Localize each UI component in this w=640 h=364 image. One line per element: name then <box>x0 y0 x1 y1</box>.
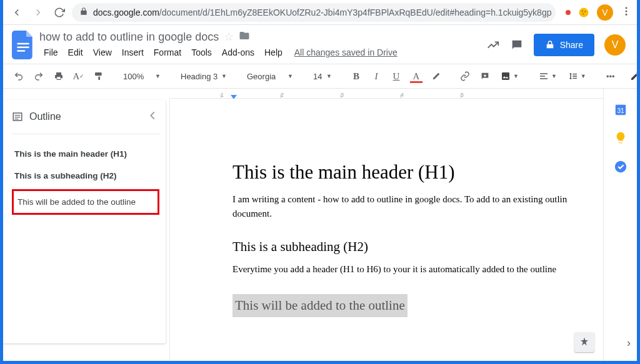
svg-text:31: 31 <box>617 107 624 114</box>
menu-view[interactable]: View <box>89 46 116 59</box>
outline-collapse-button[interactable] <box>146 109 159 125</box>
comments-icon[interactable] <box>510 38 524 52</box>
side-rail: 31 <box>603 89 637 361</box>
outline-panel: Outline This is the main header (H1) Thi… <box>3 100 166 343</box>
explore-button[interactable] <box>574 332 594 352</box>
keep-icon[interactable] <box>614 131 628 145</box>
outline-item-new[interactable]: This will be added to the outline <box>12 189 159 215</box>
account-avatar[interactable]: V <box>604 34 626 56</box>
doc-h1[interactable]: This is the main header (H1) <box>232 161 603 184</box>
menu-format[interactable]: Format <box>149 46 186 59</box>
tasks-icon[interactable] <box>614 160 628 174</box>
docs-logo-icon[interactable] <box>12 30 34 60</box>
svg-point-5 <box>626 10 628 12</box>
browser-top-bar: docs.google.com/document/d/1EhLm6yZ8EEkO… <box>3 0 637 25</box>
browser-avatar[interactable]: V <box>597 4 613 21</box>
more-tools-button[interactable]: ••• <box>602 68 619 84</box>
docs-main: Outline This is the main header (H1) Thi… <box>3 89 637 361</box>
extension-icons: V <box>559 4 632 21</box>
svg-point-6 <box>626 13 628 15</box>
docs-toolbar: A✓ 100%▼ Heading 3▼ Georgia▼ 14▼ B I U A… <box>3 64 637 89</box>
italic-button[interactable]: I <box>368 68 384 84</box>
doc-folder-icon[interactable] <box>239 30 250 44</box>
menu-tools[interactable]: Tools <box>187 46 216 59</box>
outline-item-h1[interactable]: This is the main header (H1) <box>12 143 159 165</box>
svg-point-1 <box>582 10 583 11</box>
insert-image-button[interactable]: ▼ <box>497 68 522 84</box>
save-status[interactable]: All changes saved in Drive <box>294 47 398 57</box>
svg-point-2 <box>584 11 586 12</box>
doc-star-icon[interactable]: ☆ <box>224 30 234 44</box>
url-text: docs.google.com/document/d/1EhLm6yZ8EEkO… <box>93 7 551 17</box>
align-button[interactable]: ▼ <box>535 68 561 84</box>
style-dropdown[interactable]: Heading 3▼ <box>177 68 231 84</box>
svg-rect-16 <box>15 117 21 117</box>
svg-rect-9 <box>17 50 25 51</box>
horizontal-ruler[interactable]: 12345 <box>169 89 603 99</box>
doc-title[interactable]: how to add to outline in google docs <box>39 31 219 44</box>
svg-rect-15 <box>15 115 21 116</box>
svg-point-3 <box>582 13 584 14</box>
browser-menu-icon[interactable] <box>621 6 632 19</box>
document-page[interactable]: This is the main header (H1) I am writin… <box>169 99 603 361</box>
paint-format-button[interactable] <box>91 68 107 84</box>
menu-help[interactable]: Help <box>260 46 287 59</box>
show-side-panel-button[interactable]: › <box>627 337 631 350</box>
svg-rect-8 <box>17 46 29 47</box>
nav-reload-button[interactable] <box>51 4 68 21</box>
document-canvas: 12345 This is the main header (H1) I am … <box>169 89 603 361</box>
menu-addons[interactable]: Add-ons <box>218 46 259 59</box>
font-dropdown[interactable]: Georgia▼ <box>243 68 297 84</box>
text-color-button[interactable]: A <box>408 68 424 84</box>
svg-rect-17 <box>15 119 19 119</box>
outline-title: Outline <box>29 111 61 122</box>
redo-button[interactable] <box>31 68 47 84</box>
share-button[interactable]: Share <box>534 34 594 56</box>
font-size-dropdown[interactable]: 14▼ <box>309 68 336 84</box>
doc-p1[interactable]: I am writing a content - how to add to o… <box>232 192 595 222</box>
doc-selected-heading[interactable]: This will be added to the outline <box>232 294 408 317</box>
undo-button[interactable] <box>11 68 27 84</box>
share-label: Share <box>560 40 583 50</box>
editing-mode-button[interactable]: ▼ <box>626 68 640 84</box>
svg-point-0 <box>579 7 589 17</box>
highlight-color-button[interactable] <box>428 68 444 84</box>
menu-edit[interactable]: Edit <box>64 46 88 59</box>
outline-icon <box>12 111 23 122</box>
doc-p2[interactable]: Everytime you add a header (H1 to H6) to… <box>232 262 595 277</box>
url-bar[interactable]: docs.google.com/document/d/1EhLm6yZ8EEkO… <box>72 3 556 22</box>
docs-header: how to add to outline in google docs ☆ F… <box>3 25 637 60</box>
doc-h2[interactable]: This is a subheading (H2) <box>232 239 603 255</box>
insert-link-button[interactable] <box>457 68 473 84</box>
docs-menu-bar: File Edit View Insert Format Tools Add-o… <box>39 46 398 59</box>
underline-button[interactable]: U <box>388 68 404 84</box>
ext-cookie-icon[interactable] <box>578 7 589 18</box>
menu-file[interactable]: File <box>39 46 62 59</box>
outline-item-h2[interactable]: This is a subheading (H2) <box>12 165 159 187</box>
lock-icon <box>79 7 88 17</box>
svg-rect-13 <box>540 78 548 79</box>
svg-point-20 <box>614 161 626 172</box>
svg-rect-12 <box>540 76 545 76</box>
svg-rect-7 <box>17 43 29 44</box>
menu-insert[interactable]: Insert <box>118 46 148 59</box>
insert-comment-button[interactable] <box>477 68 493 84</box>
bold-button[interactable]: B <box>348 68 364 84</box>
print-button[interactable] <box>51 68 67 84</box>
svg-point-4 <box>626 7 628 9</box>
nav-forward-button[interactable] <box>29 4 47 21</box>
svg-rect-10 <box>502 72 509 80</box>
spellcheck-button[interactable]: A✓ <box>71 68 87 84</box>
zoom-dropdown[interactable]: 100%▼ <box>119 68 164 84</box>
calendar-icon[interactable]: 31 <box>614 102 628 116</box>
nav-back-button[interactable] <box>8 4 26 21</box>
svg-rect-11 <box>540 73 548 74</box>
line-spacing-button[interactable]: ▼ <box>564 68 590 84</box>
ext-red-dot-icon[interactable] <box>566 10 571 15</box>
activity-icon[interactable] <box>486 38 500 52</box>
